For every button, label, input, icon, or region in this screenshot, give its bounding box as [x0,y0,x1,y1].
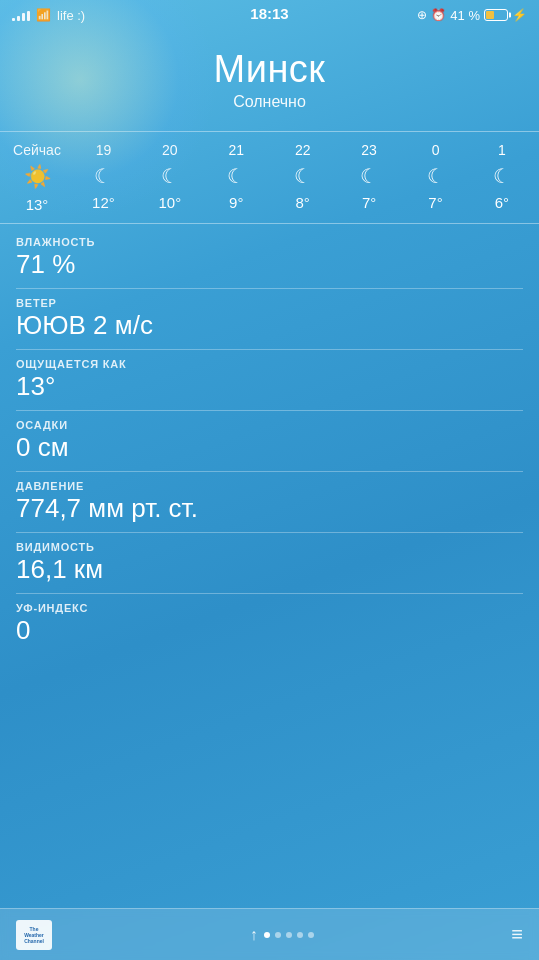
hour-icon: ☾ [227,164,245,188]
detail-label-pressure: ДАВЛЕНИЕ [16,480,523,492]
signal-bars-icon [12,9,30,21]
wc-text: TheWeatherChannel [24,926,44,944]
page-dot-4[interactable] [308,932,314,938]
hour-icon: ☾ [94,164,112,188]
hour-icon: ☾ [294,164,312,188]
detail-value-feelslike: 13° [16,371,523,402]
detail-value-uvindex: 0 [16,615,523,646]
hour-label: 23 [361,142,377,158]
hour-temp: 7° [428,194,442,211]
detail-value-humidity: 71 % [16,249,523,280]
detail-value-wind: ЮЮВ 2 м/с [16,310,523,341]
location-arrow-icon[interactable]: ↑ [250,926,258,944]
page-dot-1[interactable] [275,932,281,938]
status-bar: 📶 life :) 18:13 ⊕ ⏰ 41 % ⚡ [0,0,539,28]
hour-label: 0 [432,142,440,158]
battery-icon [484,9,508,21]
bottom-center: ↑ [250,926,314,944]
city-name: Минск [0,48,539,91]
list-icon[interactable]: ≡ [511,923,523,946]
alarm-icon: ⏰ [431,8,446,22]
status-right: ⊕ ⏰ 41 % ⚡ [417,8,527,23]
detail-row-visibility: ВИДИМОСТЬ16,1 км [16,533,523,594]
battery-percent-label: 41 % [450,8,480,23]
bottom-bar: TheWeatherChannel ↑ ≡ [0,908,539,960]
city-header: Минск Солнечно [0,28,539,121]
hourly-forecast: Сейчас☀️13°19☾12°20☾10°21☾9°22☾8°23☾7°0☾… [0,131,539,224]
hour-icon: ☾ [493,164,511,188]
hour-label: 1 [498,142,506,158]
hour-label: 21 [228,142,244,158]
hour-item: 0☾7° [407,142,465,211]
hour-item: Сейчас☀️13° [8,142,66,213]
hour-item: 20☾10° [141,142,199,211]
hour-icon: ☾ [161,164,179,188]
hour-temp: 9° [229,194,243,211]
status-left: 📶 life :) [12,8,85,23]
hour-item: 1☾6° [473,142,531,211]
hour-label: Сейчас [13,142,61,158]
detail-value-visibility: 16,1 км [16,554,523,585]
hour-temp: 6° [495,194,509,211]
detail-value-pressure: 774,7 мм рт. ст. [16,493,523,524]
page-dot-3[interactable] [297,932,303,938]
hour-temp: 7° [362,194,376,211]
page-dot-2[interactable] [286,932,292,938]
time-display: 18:13 [250,5,288,22]
hourly-scroll: Сейчас☀️13°19☾12°20☾10°21☾9°22☾8°23☾7°0☾… [8,142,531,213]
hour-label: 22 [295,142,311,158]
detail-label-feelslike: ОЩУЩАЕТСЯ КАК [16,358,523,370]
page-dots [264,932,314,938]
detail-label-wind: ВЕТЕР [16,297,523,309]
hour-icon: ☾ [360,164,378,188]
hour-label: 20 [162,142,178,158]
hour-temp: 12° [92,194,115,211]
location-status-icon: ⊕ [417,8,427,22]
hour-item: 23☾7° [340,142,398,211]
hour-label: 19 [96,142,112,158]
hour-temp: 10° [159,194,182,211]
weather-channel-logo: TheWeatherChannel [16,920,52,950]
hour-item: 21☾9° [207,142,265,211]
weather-details: ВЛАЖНОСТЬ71 %ВЕТЕРЮЮВ 2 м/сОЩУЩАЕТСЯ КАК… [0,228,539,654]
detail-row-wind: ВЕТЕРЮЮВ 2 м/с [16,289,523,350]
detail-label-uvindex: УФ-ИНДЕКС [16,602,523,614]
hour-icon: ☀️ [24,164,51,190]
hour-temp: 13° [26,196,49,213]
detail-row-pressure: ДАВЛЕНИЕ774,7 мм рт. ст. [16,472,523,533]
detail-label-humidity: ВЛАЖНОСТЬ [16,236,523,248]
hour-item: 19☾12° [74,142,132,211]
detail-row-precip: ОСАДКИ0 см [16,411,523,472]
detail-label-visibility: ВИДИМОСТЬ [16,541,523,553]
wifi-icon: 📶 [36,8,51,22]
detail-value-precip: 0 см [16,432,523,463]
charging-icon: ⚡ [512,8,527,22]
detail-row-uvindex: УФ-ИНДЕКС0 [16,594,523,654]
hour-temp: 8° [296,194,310,211]
operator-label: life :) [57,8,85,23]
detail-row-humidity: ВЛАЖНОСТЬ71 % [16,228,523,289]
detail-row-feelslike: ОЩУЩАЕТСЯ КАК13° [16,350,523,411]
hour-icon: ☾ [427,164,445,188]
page-dot-0[interactable] [264,932,270,938]
hour-item: 22☾8° [274,142,332,211]
detail-label-precip: ОСАДКИ [16,419,523,431]
weather-description: Солнечно [0,93,539,111]
